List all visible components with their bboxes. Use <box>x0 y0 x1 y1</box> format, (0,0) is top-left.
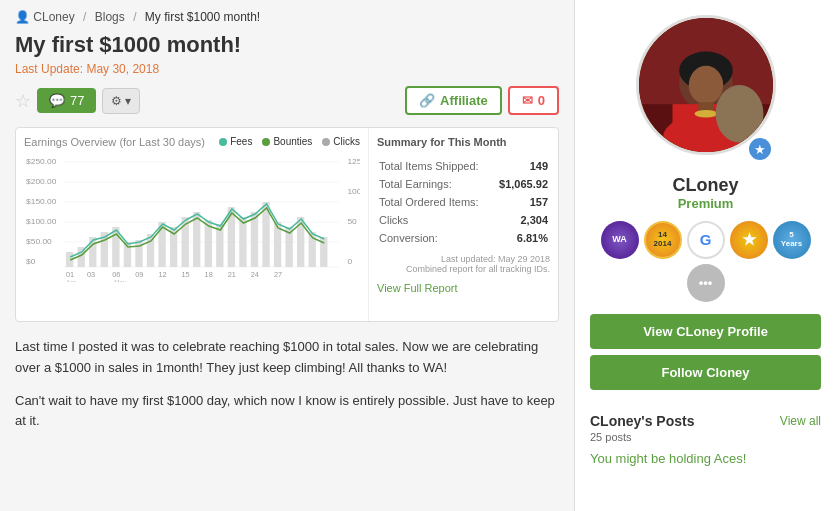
mail-count: 0 <box>538 93 545 108</box>
svg-point-61 <box>715 85 763 142</box>
breadcrumb: 👤 CLoney / Blogs / My first $1000 month! <box>15 10 559 24</box>
summary-title: Summary for This Month <box>377 136 550 148</box>
row-value: 6.81% <box>493 230 548 246</box>
svg-text:15: 15 <box>182 271 190 279</box>
profile-name: CLoney <box>590 175 821 196</box>
svg-text:12: 12 <box>158 271 166 279</box>
svg-text:100: 100 <box>347 187 360 196</box>
posts-count: 25 posts <box>590 431 821 443</box>
row-label: Clicks <box>379 212 491 228</box>
chart-left: Earnings Overview (for Last 30 days) Fee… <box>16 128 368 321</box>
earnings-chart: $250.00 $200.00 $150.00 $100.00 $50.00 $… <box>24 152 360 282</box>
badge-star: ★ <box>730 221 768 259</box>
featured-post-link[interactable]: You might be holding Aces! <box>590 451 746 466</box>
svg-rect-32 <box>251 212 258 267</box>
svg-text:0: 0 <box>347 257 352 266</box>
posts-header: CLoney's Posts View all <box>590 413 821 429</box>
breadcrumb-current: My first $1000 month! <box>145 10 260 24</box>
svg-text:125: 125 <box>347 157 360 166</box>
row-label: Total Earnings: <box>379 176 491 192</box>
post-paragraph-2: Can't wait to have my first $1000 day, w… <box>15 391 559 433</box>
legend-bounties: Bounties <box>262 136 312 147</box>
svg-rect-30 <box>228 207 235 267</box>
mail-button[interactable]: ✉ 0 <box>508 86 559 115</box>
svg-text:21: 21 <box>228 271 236 279</box>
table-row: Conversion: 6.81% <box>379 230 548 246</box>
svg-text:50: 50 <box>347 217 357 226</box>
svg-text:Apr: Apr <box>66 278 76 282</box>
svg-text:24: 24 <box>251 271 259 279</box>
sidebar: ★ CLoney Premium WA 142014 G ★ 5Years ••… <box>574 0 836 511</box>
svg-point-58 <box>688 66 722 104</box>
chart-legend: Fees Bounties Clicks <box>219 136 360 147</box>
avatar-image <box>639 15 773 155</box>
toolbar: ☆ 💬 77 ⚙ ▾ 🔗 Affiliate ✉ 0 <box>15 86 559 115</box>
svg-text:18: 18 <box>205 271 213 279</box>
badge-wa: WA <box>601 221 639 259</box>
svg-text:$100.00: $100.00 <box>26 217 57 226</box>
table-row: Total Earnings: $1,065.92 <box>379 176 548 192</box>
svg-text:May: May <box>114 278 127 282</box>
mail-icon: ✉ <box>522 93 533 108</box>
post-date: Last Update: May 30, 2018 <box>15 62 559 76</box>
svg-text:$150.00: $150.00 <box>26 197 57 206</box>
breadcrumb-section[interactable]: Blogs <box>95 10 125 24</box>
badge-year: 142014 <box>644 221 682 259</box>
svg-text:$50.00: $50.00 <box>26 237 52 246</box>
svg-text:$200.00: $200.00 <box>26 177 57 186</box>
row-value: 149 <box>493 158 548 174</box>
row-label: Total Ordered Items: <box>379 194 491 210</box>
profile-rank: Premium <box>590 196 821 211</box>
post-content: Last time I posted it was to celebrate r… <box>15 337 559 432</box>
legend-clicks: Clicks <box>322 136 360 147</box>
posts-section: CLoney's Posts View all 25 posts You mig… <box>575 405 836 466</box>
table-row: Total Ordered Items: 157 <box>379 194 548 210</box>
chart-area: Earnings Overview (for Last 30 days) Fee… <box>15 127 559 322</box>
table-row: Total Items Shipped: 149 <box>379 158 548 174</box>
affiliate-button[interactable]: 🔗 Affiliate <box>405 86 502 115</box>
affiliate-label: Affiliate <box>440 93 488 108</box>
svg-text:27: 27 <box>274 271 282 279</box>
row-label: Total Items Shipped: <box>379 158 491 174</box>
post-date-value: May 30, 2018 <box>86 62 159 76</box>
follow-button[interactable]: Follow Cloney <box>590 355 821 390</box>
svg-text:09: 09 <box>135 271 143 279</box>
gear-icon: ⚙ <box>111 94 122 108</box>
breadcrumb-user[interactable]: CLoney <box>33 10 74 24</box>
comment-icon: 💬 <box>49 93 65 108</box>
post-paragraph-1: Last time I posted it was to celebrate r… <box>15 337 559 379</box>
post-title: My first $1000 month! <box>15 32 559 58</box>
summary-footer: Last updated: May 29 2018 Combined repor… <box>377 254 550 274</box>
post-date-label: Last Update: <box>15 62 83 76</box>
comment-button[interactable]: 💬 77 <box>37 88 96 113</box>
breadcrumb-sep1: / <box>83 10 86 24</box>
settings-button[interactable]: ⚙ ▾ <box>102 88 140 114</box>
svg-text:$0: $0 <box>26 257 36 266</box>
row-value: 2,304 <box>493 212 548 228</box>
svg-text:03: 03 <box>87 271 95 279</box>
legend-fees: Fees <box>219 136 252 147</box>
row-label: Conversion: <box>379 230 491 246</box>
view-profile-button[interactable]: View CLoney Profile <box>590 314 821 349</box>
profile-section: ★ CLoney Premium WA 142014 G ★ 5Years ••… <box>575 0 836 405</box>
star-button[interactable]: ☆ <box>15 90 31 112</box>
breadcrumb-sep2: / <box>133 10 136 24</box>
view-all-link[interactable]: View all <box>780 414 821 428</box>
verified-star-badge: ★ <box>749 138 771 160</box>
view-full-report-link[interactable]: View Full Report <box>377 282 550 294</box>
avatar <box>636 15 776 155</box>
svg-rect-22 <box>135 240 142 267</box>
comment-count: 77 <box>70 93 84 108</box>
svg-point-60 <box>694 110 717 118</box>
badge-google: G <box>687 221 725 259</box>
badge-more: ••• <box>687 264 725 302</box>
summary-table: Total Items Shipped: 149 Total Earnings:… <box>377 156 550 248</box>
svg-text:$250.00: $250.00 <box>26 157 57 166</box>
row-value: 157 <box>493 194 548 210</box>
badges-row: WA 142014 G ★ 5Years ••• <box>590 221 821 302</box>
posts-title: CLoney's Posts <box>590 413 694 429</box>
table-row: Clicks 2,304 <box>379 212 548 228</box>
link-icon: 🔗 <box>419 93 435 108</box>
svg-rect-31 <box>239 217 246 267</box>
dropdown-icon: ▾ <box>125 94 131 108</box>
